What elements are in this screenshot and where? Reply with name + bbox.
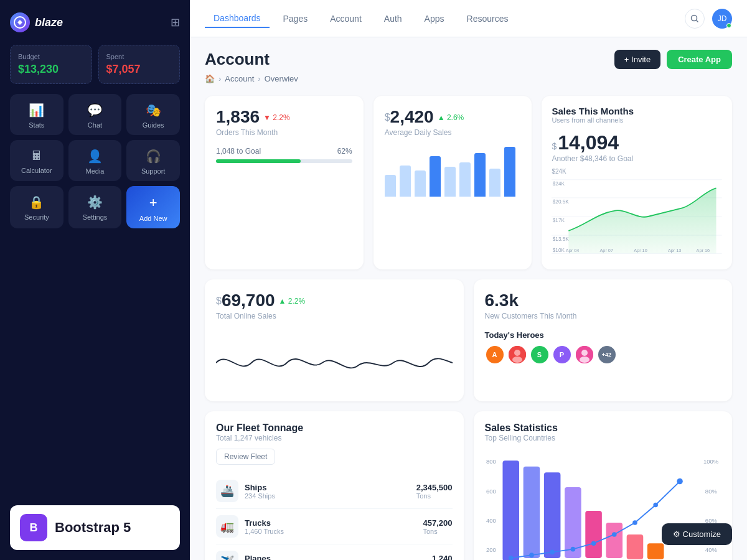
- progress-percent: 62%: [337, 147, 352, 156]
- online-prefix: $: [216, 296, 222, 307]
- settings-label: Settings: [83, 213, 108, 221]
- dashboard-grid: 1,836 ▼ 2.2% Orders This Month 1,048 to …: [205, 96, 732, 269]
- daily-sales-card: $ 2,420 ▲ 2.6% Average Daily Sales: [374, 96, 532, 269]
- tab-dashboards[interactable]: Dashboards: [205, 9, 270, 28]
- bar-1: [385, 175, 396, 197]
- customers-label: New Customers This Month: [485, 312, 721, 320]
- sales-big-value: 14,094: [558, 131, 619, 154]
- heroes-title: Today's Heroes: [485, 330, 721, 340]
- settings-icon: ⚙️: [87, 195, 103, 210]
- chat-icon: 💬: [87, 103, 103, 118]
- avatar-status-dot: [726, 23, 731, 28]
- sidebar-item-media[interactable]: 👤 Media: [68, 140, 122, 181]
- budget-value: $13,230: [18, 63, 84, 76]
- sidebar-item-security[interactable]: 🔒 Security: [10, 186, 63, 228]
- online-sales-card: $ 69,700 ▲ 2.2% Total Online Sales: [205, 279, 464, 401]
- daily-change: ▲ 2.6%: [438, 113, 464, 122]
- bootstrap-icon: B: [20, 514, 47, 541]
- search-button[interactable]: [685, 9, 705, 29]
- progress-goal-text: 1,048 to Goal: [216, 147, 261, 156]
- sidebar-item-guides[interactable]: 🎭 Guides: [126, 94, 180, 135]
- sidebar-item-stats[interactable]: 📊 Stats: [10, 94, 63, 135]
- svg-text:Apr 16: Apr 16: [697, 248, 710, 253]
- svg-point-44: [611, 532, 616, 537]
- svg-text:600: 600: [486, 488, 496, 495]
- logo: blaze: [10, 12, 63, 32]
- svg-text:$10K: $10K: [553, 248, 565, 253]
- tab-resources[interactable]: Resources: [458, 10, 517, 27]
- breadcrumb-current: Overwiev: [265, 74, 298, 83]
- invite-button[interactable]: + Invite: [614, 50, 660, 69]
- tab-auth[interactable]: Auth: [375, 10, 411, 27]
- ships-count: 234 Ships: [245, 492, 275, 500]
- svg-point-43: [591, 541, 596, 546]
- tab-account[interactable]: Account: [321, 10, 370, 27]
- svg-point-47: [677, 478, 682, 484]
- bootstrap-badge: B Bootstrap 5: [10, 505, 180, 550]
- content-area: Account + Invite Create App 🏠 › Account …: [190, 37, 747, 560]
- fleet-item-trucks: 🚛 Trucks 1,460 Trucks 457,200 Tons: [216, 509, 453, 544]
- bar-2: [400, 166, 411, 197]
- svg-text:Apr 13: Apr 13: [668, 248, 681, 253]
- tab-apps[interactable]: Apps: [416, 10, 453, 27]
- spent-card: Spent $7,057: [98, 45, 181, 84]
- logo-icon: [10, 12, 30, 32]
- svg-text:$20.5K: $20.5K: [553, 199, 569, 205]
- trucks-name: Trucks: [245, 518, 284, 528]
- daily-bar-chart: [385, 147, 521, 197]
- svg-rect-32: [523, 467, 540, 558]
- trucks-icon: 🚛: [216, 515, 238, 538]
- svg-point-42: [570, 547, 575, 552]
- menu-grid: 📊 Stats 💬 Chat 🎭 Guides 🖩 Calculator 👤 M…: [10, 94, 180, 228]
- avatar[interactable]: JD: [712, 9, 732, 29]
- sidebar-item-add-new[interactable]: + Add New: [126, 186, 180, 228]
- breadcrumb-parent[interactable]: Account: [225, 74, 254, 83]
- stats-icon: 📊: [29, 103, 44, 118]
- create-app-button[interactable]: Create App: [667, 50, 732, 69]
- sales-month-title: Sales This Months: [552, 106, 722, 116]
- sales-month-card: Sales This Months Users from all channel…: [542, 96, 732, 269]
- orders-card: 1,836 ▼ 2.2% Orders This Month 1,048 to …: [205, 96, 364, 269]
- svg-text:200: 200: [486, 546, 496, 553]
- nav-tabs: Dashboards Pages Account Auth Apps Resou…: [205, 9, 517, 28]
- wave-chart: [216, 338, 453, 388]
- sales-month-sub: Users from all channels: [552, 116, 722, 124]
- svg-rect-35: [585, 511, 602, 558]
- sales-stats-title: Sales Statistics: [485, 422, 721, 434]
- hero-avatar-1: A: [485, 345, 505, 365]
- fleet-item-planes: ✈️ Planes 8 Aircrafts 1,240 Tons: [216, 544, 453, 560]
- bar-5: [444, 167, 456, 197]
- hero-avatar-2: [507, 345, 527, 365]
- hero-avatar-more: +42: [597, 345, 617, 365]
- daily-value: 2,420: [390, 107, 434, 127]
- bar-9: [504, 147, 515, 197]
- sidebar-toggle-icon[interactable]: ⊞: [171, 16, 180, 29]
- sidebar-item-calculator[interactable]: 🖩 Calculator: [10, 140, 63, 181]
- budget-label: Budget: [18, 53, 84, 60]
- fleet-sub: Total 1,247 vehicles: [216, 434, 453, 442]
- planes-value: 1,240: [432, 554, 453, 561]
- bar-4: [430, 156, 441, 197]
- customize-button[interactable]: ⚙ Customize: [662, 523, 732, 545]
- sales-chart: $24K: [552, 168, 722, 259]
- bar-3: [415, 170, 426, 197]
- bar-8: [489, 169, 500, 197]
- svg-text:Apr 10: Apr 10: [634, 248, 647, 253]
- sidebar-item-support[interactable]: 🎧 Support: [126, 140, 180, 181]
- add-new-icon: +: [149, 195, 157, 211]
- svg-point-19: [512, 357, 522, 363]
- online-value: 69,700: [222, 291, 275, 310]
- breadcrumb-home-icon[interactable]: 🏠: [205, 74, 215, 83]
- support-icon: 🎧: [146, 149, 161, 164]
- calculator-label: Calculator: [21, 167, 52, 174]
- sidebar-item-settings[interactable]: ⚙️ Settings: [68, 186, 122, 228]
- review-fleet-button[interactable]: Review Fleet: [216, 449, 275, 465]
- logo-text: blaze: [35, 16, 63, 29]
- svg-point-46: [653, 503, 658, 508]
- nav-right: JD: [685, 9, 732, 29]
- heroes-section: Today's Heroes A S P +42: [485, 330, 721, 365]
- guides-label: Guides: [143, 121, 164, 129]
- tab-pages[interactable]: Pages: [275, 10, 317, 27]
- sidebar-item-chat[interactable]: 💬 Chat: [68, 94, 122, 135]
- svg-text:Apr 04: Apr 04: [566, 248, 579, 253]
